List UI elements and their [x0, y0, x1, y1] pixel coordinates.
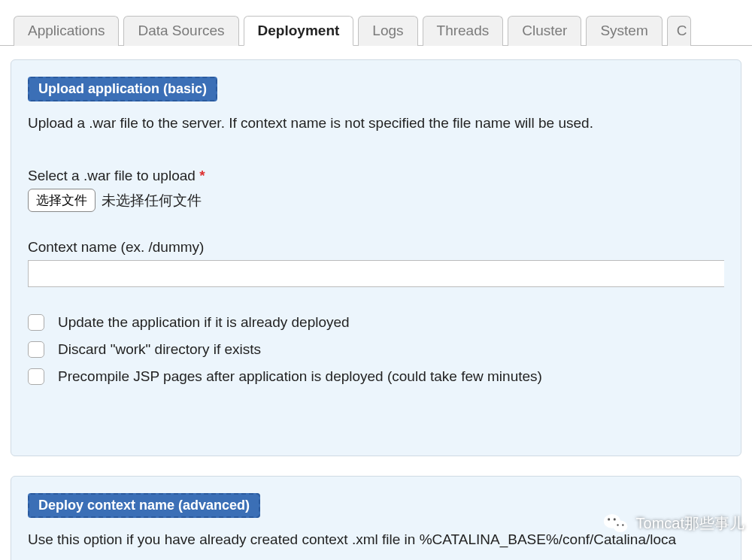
- update-checkbox[interactable]: [28, 314, 44, 331]
- svg-point-4: [617, 524, 618, 525]
- file-status-text: 未选择任何文件: [102, 191, 202, 210]
- discard-checkbox-label: Discard "work" directory if exists: [58, 341, 261, 358]
- choose-file-button[interactable]: 选择文件: [28, 189, 96, 212]
- update-checkbox-row: Update the application if it is already …: [28, 314, 724, 331]
- precompile-checkbox[interactable]: [28, 368, 44, 385]
- tab-datasources[interactable]: Data Sources: [123, 16, 238, 46]
- watermark-text: Tomcat那些事儿: [636, 513, 744, 534]
- upload-panel-title: Upload application (basic): [28, 77, 217, 101]
- context-name-label: Context name (ex. /dummy): [28, 239, 724, 256]
- file-input-row: 选择文件 未选择任何文件: [28, 189, 724, 212]
- precompile-checkbox-label: Precompile JSP pages after application i…: [58, 368, 542, 385]
- upload-panel: Upload application (basic) Upload a .war…: [11, 59, 741, 456]
- discard-checkbox[interactable]: [28, 341, 44, 358]
- watermark: Tomcat那些事儿: [596, 507, 752, 539]
- tab-cluster[interactable]: Cluster: [508, 16, 581, 46]
- tab-system[interactable]: System: [586, 16, 662, 46]
- deploy-panel-title: Deploy context name (advanced): [28, 493, 260, 518]
- upload-panel-desc: Upload a .war file to the server. If con…: [28, 115, 724, 132]
- tab-overflow[interactable]: C: [667, 16, 691, 46]
- precompile-checkbox-row: Precompile JSP pages after application i…: [28, 368, 724, 385]
- discard-checkbox-row: Discard "work" directory if exists: [28, 341, 724, 358]
- content-area: Upload application (basic) Upload a .war…: [0, 46, 752, 560]
- file-label-text: Select a .war file to upload: [28, 168, 196, 183]
- tab-bar: Applications Data Sources Deployment Log…: [0, 15, 752, 46]
- svg-point-3: [613, 518, 615, 520]
- svg-point-1: [613, 521, 627, 532]
- wechat-icon: [603, 512, 629, 534]
- svg-point-2: [608, 518, 610, 520]
- svg-point-5: [622, 524, 623, 525]
- tab-threads[interactable]: Threads: [423, 16, 504, 46]
- required-star-icon: *: [199, 168, 205, 183]
- context-name-input[interactable]: [28, 260, 724, 287]
- tab-applications[interactable]: Applications: [14, 16, 119, 46]
- tab-deployment[interactable]: Deployment: [244, 16, 354, 46]
- tab-logs[interactable]: Logs: [358, 16, 417, 46]
- file-field-label: Select a .war file to upload *: [28, 168, 724, 184]
- update-checkbox-label: Update the application if it is already …: [58, 314, 350, 331]
